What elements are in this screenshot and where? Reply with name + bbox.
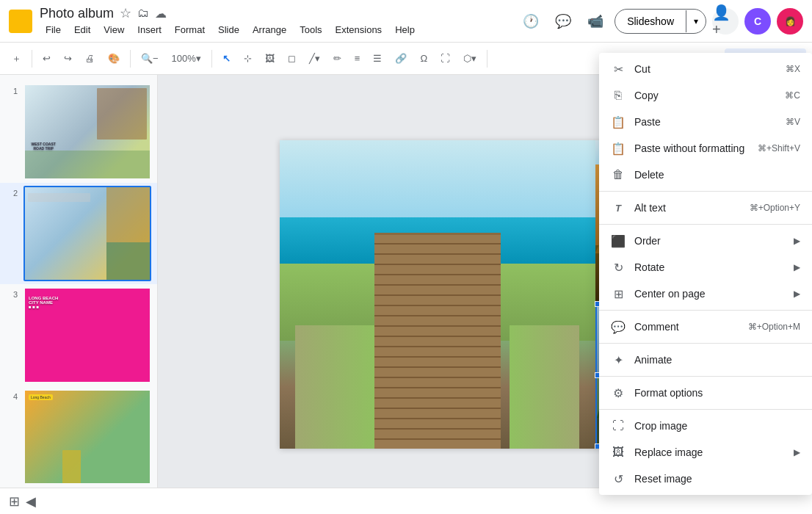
toolbar-sep-4 — [487, 50, 487, 68]
redo-button[interactable]: ↪ — [58, 50, 78, 67]
ctx-comment[interactable]: 💬 Comment ⌘+Option+M — [599, 314, 812, 340]
menu-edit[interactable]: Edit — [68, 23, 96, 37]
slide-thumb-inner-4: Long Beach — [25, 391, 150, 484]
menu-format[interactable]: Format — [169, 23, 211, 37]
ctx-cut-label: Cut — [634, 63, 777, 75]
share-button[interactable]: 👤+ — [712, 8, 739, 35]
paste-no-format-icon: 📋 — [611, 141, 626, 156]
slide-thumb-1[interactable]: WEST COASTROAD TRIP — [23, 84, 151, 180]
paste-icon: 📋 — [611, 115, 626, 129]
ctx-format-options-label: Format options — [634, 387, 800, 399]
ctx-paste-no-format-shortcut: ⌘+Shift+V — [758, 143, 800, 153]
insert-special-button[interactable]: Ω — [414, 50, 433, 67]
ctx-sep-5 — [599, 376, 812, 377]
ctx-delete[interactable]: 🗑 Delete — [599, 162, 812, 188]
comments-button[interactable]: 💬 — [550, 8, 576, 35]
ctx-center-arrow: ▶ — [794, 289, 800, 299]
menu-slide[interactable]: Slide — [212, 23, 245, 37]
ctx-copy[interactable]: ⎘ Copy ⌘C — [599, 82, 812, 109]
paint-format-button[interactable]: 🎨 — [102, 50, 126, 67]
slide-item-2[interactable]: 2 — [0, 183, 157, 285]
add-button[interactable]: ＋ — [6, 49, 27, 68]
ctx-replace-image[interactable]: 🖼 Replace image ▶ — [599, 439, 812, 466]
insert-image-button[interactable]: 🖼 — [259, 50, 280, 67]
ctx-order-arrow: ▶ — [794, 236, 800, 246]
ctx-comment-shortcut: ⌘+Option+M — [748, 322, 800, 332]
slide-item-4[interactable]: 4 Long Beach — [0, 386, 157, 488]
ctx-paste-shortcut: ⌘V — [786, 117, 800, 127]
list-button[interactable]: ☰ — [367, 50, 388, 67]
cursor-button[interactable]: ↖ — [217, 50, 236, 67]
slide-thumb-inner-1: WEST COASTROAD TRIP — [25, 85, 150, 178]
ctx-paste[interactable]: 📋 Paste ⌘V — [599, 109, 812, 135]
ctx-sep-2 — [599, 224, 812, 225]
link-button[interactable]: 🔗 — [389, 50, 413, 67]
avatar-user2: 👩 — [777, 8, 803, 35]
meet-button[interactable]: 📹 — [582, 8, 609, 35]
grid-view-icon[interactable]: ⊞ — [9, 493, 20, 510]
ctx-sep-6 — [599, 409, 812, 410]
ctx-center[interactable]: ⊞ Center on page ▶ — [599, 280, 812, 307]
zoom-level[interactable]: 100%▾ — [166, 50, 207, 67]
menu-file[interactable]: File — [40, 23, 67, 37]
ctx-rotate-arrow: ▶ — [794, 262, 800, 272]
alt-text-icon: T — [611, 200, 626, 215]
undo-button[interactable]: ↩ — [37, 50, 57, 67]
ctx-animate[interactable]: ✦ Animate — [599, 347, 812, 373]
context-menu: ✂ Cut ⌘X ⎘ Copy ⌘C 📋 Paste ⌘V 📋 Paste wi… — [599, 53, 812, 495]
ctx-sep-4 — [599, 343, 812, 344]
ctx-reset-image[interactable]: ↺ Reset image — [599, 466, 812, 492]
menu-extensions[interactable]: Extensions — [330, 23, 388, 37]
toolbar-sep-1 — [32, 50, 32, 68]
ctx-replace-image-label: Replace image — [634, 446, 785, 458]
collapse-panel-icon[interactable]: ◀ — [26, 493, 36, 510]
slide-thumb-4[interactable]: Long Beach — [23, 389, 151, 485]
crop-button[interactable]: ⛶ — [435, 50, 456, 67]
ctx-format-options[interactable]: ⚙ Format options — [599, 380, 812, 406]
ctx-cut[interactable]: ✂ Cut ⌘X — [599, 56, 812, 82]
slide-thumb-3[interactable]: LONG BEACHCITY NAME■ ■ ■ — [23, 287, 151, 383]
document-title[interactable]: Photo album — [40, 6, 114, 21]
selection-button[interactable]: ⊹ — [238, 50, 258, 67]
menu-view[interactable]: View — [98, 23, 130, 37]
slide-thumb-inner-2 — [25, 187, 150, 280]
rotate-icon: ↻ — [611, 260, 626, 275]
center-icon: ⊞ — [611, 286, 626, 301]
title-bar: Photo album ☆ 🗂 ☁ File Edit View Insert … — [0, 0, 812, 43]
slideshow-dropdown-arrow[interactable]: ▾ — [686, 10, 706, 32]
slide-item-3[interactable]: 3 LONG BEACHCITY NAME■ ■ ■ — [0, 284, 157, 386]
order-icon: ⬛ — [611, 234, 626, 248]
history-button[interactable]: 🕐 — [518, 8, 544, 35]
ctx-alt-text[interactable]: T Alt text ⌘+Option+Y — [599, 195, 812, 221]
zoom-out-button[interactable]: 🔍− — [135, 50, 164, 67]
slideshow-label[interactable]: Slideshow — [615, 10, 686, 33]
ctx-center-label: Center on page — [634, 288, 785, 300]
mask-button[interactable]: ⬡▾ — [457, 50, 482, 67]
line-button[interactable]: ╱▾ — [303, 50, 326, 67]
slide-thumb-2[interactable] — [23, 186, 151, 282]
text-align-button[interactable]: ≡ — [349, 50, 366, 67]
slide-item-1[interactable]: 1 WEST COASTROAD TRIP — [0, 81, 157, 183]
menu-help[interactable]: Help — [389, 23, 421, 37]
reset-image-icon: ↺ — [611, 471, 626, 486]
ctx-reset-image-label: Reset image — [634, 473, 800, 485]
ctx-crop-image[interactable]: ⛶ Crop image — [599, 413, 812, 439]
drive-icon[interactable]: 🗂 — [137, 7, 149, 20]
pen-button[interactable]: ✏ — [327, 50, 347, 67]
ctx-paste-no-format[interactable]: 📋 Paste without formatting ⌘+Shift+V — [599, 135, 812, 162]
ctx-order[interactable]: ⬛ Order ▶ — [599, 228, 812, 254]
menu-bar: File Edit View Insert Format Slide Arran… — [40, 23, 421, 37]
menu-arrange[interactable]: Arrange — [247, 23, 292, 37]
slide-num-2: 2 — [6, 189, 18, 198]
print-button[interactable]: 🖨 — [79, 50, 101, 67]
cut-icon: ✂ — [611, 62, 626, 76]
cloud-icon[interactable]: ☁ — [155, 7, 167, 21]
insert-shape-button[interactable]: ◻ — [282, 50, 302, 67]
ctx-animate-label: Animate — [634, 354, 800, 366]
ctx-alt-text-shortcut: ⌘+Option+Y — [750, 203, 800, 213]
menu-tools[interactable]: Tools — [294, 23, 327, 37]
menu-insert[interactable]: Insert — [131, 23, 167, 37]
slideshow-button[interactable]: Slideshow ▾ — [615, 9, 706, 34]
ctx-rotate[interactable]: ↻ Rotate ▶ — [599, 254, 812, 280]
star-icon[interactable]: ☆ — [120, 5, 131, 21]
